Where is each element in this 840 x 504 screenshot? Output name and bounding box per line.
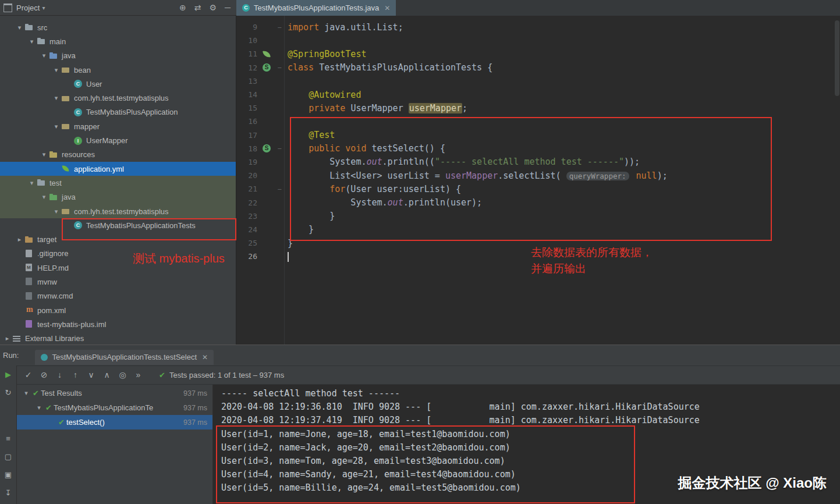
hide-panel-icon[interactable]: ─ bbox=[225, 0, 231, 16]
tree-item[interactable]: application.yml bbox=[0, 162, 236, 176]
class-icon bbox=[73, 108, 83, 117]
show-ignored-icon[interactable]: ⊘ bbox=[36, 370, 52, 379]
tree-item[interactable]: ▾src bbox=[0, 20, 236, 34]
editor-tab[interactable]: C TestMybatisPlusApplicationTests.java ✕ bbox=[236, 0, 396, 16]
fold-marker[interactable]: − bbox=[272, 185, 286, 193]
compare-icon[interactable]: ⇄ bbox=[194, 0, 201, 16]
code-line[interactable]: 15 private UserMapper userMapper; bbox=[236, 101, 840, 115]
code-line[interactable]: 12−class TestMybatisPlusApplicationTests… bbox=[236, 61, 840, 74]
chevron-down-icon[interactable]: ▾ bbox=[27, 38, 37, 45]
settings-gear-icon[interactable]: ⚙ bbox=[210, 0, 217, 16]
auto-test-icon[interactable]: ≡ bbox=[6, 434, 10, 443]
sort-alphabetically-icon[interactable]: ↓ bbox=[52, 370, 68, 379]
tree-item[interactable]: mvnw.cmd bbox=[0, 289, 236, 303]
gutter-spacer bbox=[261, 251, 272, 262]
chevron-down-icon[interactable]: ▾ bbox=[22, 389, 31, 397]
tree-item[interactable]: ▾resources bbox=[0, 148, 236, 162]
test-results-tree[interactable]: ▾✔Test Results937 ms▾✔TestMybatisPlusApp… bbox=[17, 385, 213, 504]
export-results-icon[interactable]: ↧ bbox=[5, 488, 12, 497]
test-tree-item[interactable]: ▾✔TestMybatisPlusApplicationTe937 ms bbox=[17, 400, 212, 415]
spring-bean-gutter-icon[interactable] bbox=[261, 62, 272, 73]
project-view-selector[interactable]: Project ▾ bbox=[16, 3, 45, 12]
tree-item[interactable]: UserMapper bbox=[0, 133, 236, 147]
pin-tab-icon[interactable]: ▢ bbox=[5, 452, 12, 461]
code-line[interactable]: 18− public void testSelect() { bbox=[236, 142, 840, 155]
tree-item[interactable]: HELP.md bbox=[0, 261, 236, 275]
tree-item[interactable]: ▸External Libraries bbox=[0, 332, 236, 345]
fold-marker[interactable]: − bbox=[272, 63, 286, 72]
tree-item[interactable]: ▸target bbox=[0, 232, 236, 246]
code-line[interactable]: 22 System.out.println(user); bbox=[236, 196, 840, 209]
chevron-down-icon[interactable]: ▾ bbox=[51, 123, 61, 130]
tree-item[interactable]: TestMybatisPlusApplication bbox=[0, 105, 236, 119]
sort-by-duration-icon[interactable]: ↑ bbox=[68, 370, 83, 379]
tree-item[interactable]: ▾java bbox=[0, 49, 236, 63]
show-passed-icon[interactable]: ✓ bbox=[20, 370, 36, 379]
tree-item[interactable]: User bbox=[0, 77, 236, 91]
test-tree-item[interactable]: ✔testSelect()937 ms bbox=[17, 415, 212, 430]
chevron-down-icon[interactable]: ▾ bbox=[39, 151, 49, 158]
chevron-down-icon[interactable]: ▾ bbox=[39, 193, 49, 201]
code-line[interactable]: 14 @Autowired bbox=[236, 88, 840, 101]
code-line[interactable]: 25} bbox=[236, 236, 840, 250]
code-line[interactable]: 17 @Test bbox=[236, 129, 840, 142]
tree-item[interactable]: ▾com.lyh.test.testmybatisplus bbox=[0, 91, 236, 105]
run-tab[interactable]: TestMybatisPlusApplicationTests.testSele… bbox=[35, 350, 214, 365]
code-line[interactable]: 23 } bbox=[236, 210, 840, 223]
code-line[interactable]: 13 bbox=[236, 74, 840, 88]
tree-item[interactable]: ▾java bbox=[0, 190, 236, 204]
code-area[interactable]: 9−import java.util.List;1011@SpringBootT… bbox=[236, 20, 840, 263]
code-line[interactable]: 21− for(User user:userList) { bbox=[236, 182, 840, 196]
code-line[interactable]: 20 List<User> userList = userMapper.sele… bbox=[236, 169, 840, 182]
tree-item[interactable]: .gitignore bbox=[0, 247, 236, 261]
rerun-failed-icon[interactable]: ↻ bbox=[5, 388, 12, 397]
line-number: 9 bbox=[236, 23, 261, 31]
chevron-down-icon[interactable]: ▾ bbox=[51, 66, 61, 74]
locate-file-icon[interactable]: ⊕ bbox=[179, 0, 186, 16]
line-number: 14 bbox=[236, 90, 261, 99]
expand-all-icon[interactable]: ∨ bbox=[83, 370, 99, 379]
project-tool-window-icon[interactable] bbox=[3, 3, 12, 12]
tree-item[interactable]: test-mybatis-plus.iml bbox=[0, 317, 236, 331]
close-icon[interactable]: ✕ bbox=[202, 353, 208, 361]
tree-item[interactable]: ▾main bbox=[0, 34, 236, 48]
tree-item[interactable]: pom.xml bbox=[0, 303, 236, 317]
code-line[interactable]: 24 } bbox=[236, 223, 840, 236]
chevron-down-icon[interactable]: ▾ bbox=[15, 24, 24, 31]
rerun-test-icon[interactable]: ▶ bbox=[5, 370, 11, 379]
project-tree[interactable]: ▾src▾main▾java▾beanUser▾com.lyh.test.tes… bbox=[0, 16, 236, 345]
tree-item[interactable]: ▾test bbox=[0, 176, 236, 190]
fold-marker[interactable]: − bbox=[272, 144, 286, 152]
tree-item[interactable]: ▾com.lyh.test.testmybatisplus bbox=[0, 204, 236, 218]
more-options-icon[interactable]: » bbox=[130, 370, 146, 379]
chevron-down-icon[interactable]: ▾ bbox=[51, 208, 61, 215]
tree-item[interactable]: TestMybatisPlusApplicationTests bbox=[0, 218, 236, 232]
code-line[interactable]: 16 bbox=[236, 115, 840, 128]
tree-item[interactable]: mvnw bbox=[0, 275, 236, 289]
code-line[interactable]: 19 System.out.println(("----- selectAll … bbox=[236, 155, 840, 169]
close-icon[interactable]: ✕ bbox=[384, 4, 390, 12]
chevron-down-icon[interactable]: ▾ bbox=[39, 52, 49, 59]
test-tree-item[interactable]: ▾✔Test Results937 ms bbox=[17, 386, 212, 400]
spring-leaf-gutter-icon[interactable] bbox=[261, 48, 272, 60]
code-line[interactable]: 26 bbox=[236, 250, 840, 263]
scroll-to-end-icon[interactable]: ▣ bbox=[5, 470, 12, 479]
spring-bean-gutter-icon[interactable] bbox=[261, 143, 272, 154]
chevron-right-icon[interactable]: ▸ bbox=[15, 236, 24, 243]
code-line[interactable]: 9−import java.util.List; bbox=[236, 20, 840, 34]
run-console[interactable]: ----- selectAll method test ------2020-0… bbox=[213, 385, 840, 504]
collapse-all-icon[interactable]: ∧ bbox=[99, 370, 115, 379]
test-history-icon[interactable]: ◎ bbox=[115, 370, 130, 379]
fold-marker[interactable]: − bbox=[272, 23, 286, 31]
chevron-down-icon[interactable]: ▾ bbox=[34, 404, 44, 411]
chevron-down-icon[interactable]: ▾ bbox=[27, 179, 37, 187]
editor-scrollbar[interactable] bbox=[835, 16, 839, 345]
md-icon bbox=[24, 263, 34, 272]
tree-item[interactable]: ▾mapper bbox=[0, 119, 236, 133]
code-line[interactable]: 11@SpringBootTest bbox=[236, 47, 840, 61]
code-line[interactable]: 10 bbox=[236, 34, 840, 47]
chevron-right-icon[interactable]: ▸ bbox=[2, 335, 12, 342]
tree-item[interactable]: ▾bean bbox=[0, 63, 236, 77]
editor[interactable]: 9−import java.util.List;1011@SpringBootT… bbox=[236, 16, 840, 345]
chevron-down-icon[interactable]: ▾ bbox=[51, 94, 61, 102]
